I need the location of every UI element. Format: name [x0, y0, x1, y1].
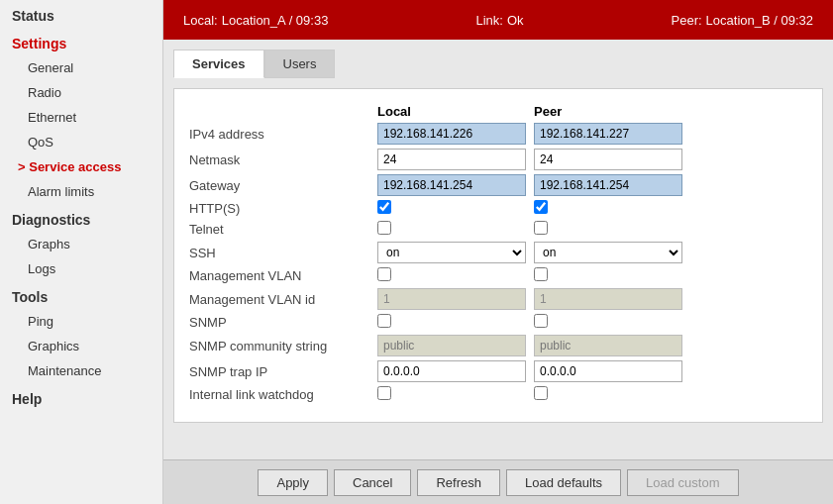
- local-ipv4[interactable]: [377, 123, 526, 145]
- peer-telnet[interactable]: [534, 221, 682, 238]
- local-ipv4-input[interactable]: [377, 123, 526, 145]
- peer-watchdog-checkbox[interactable]: [534, 386, 548, 400]
- row-snmp: SNMP: [189, 314, 807, 331]
- peer-snmp-checkbox[interactable]: [534, 314, 548, 328]
- sidebar-item-alarm-limits[interactable]: Alarm limits: [0, 179, 162, 204]
- label-telnet: Telnet: [189, 222, 377, 237]
- peer-ipv4-input[interactable]: [534, 123, 682, 145]
- main-content: Local: Location_A / 09:33 Link: Ok Peer:…: [163, 0, 833, 504]
- sidebar-item-radio[interactable]: Radio: [0, 80, 162, 105]
- row-snmp-community: SNMP community string: [189, 335, 807, 356]
- column-headers: Local Peer: [377, 104, 807, 119]
- label-ssh: SSH: [189, 246, 377, 260]
- local-mgmt-vlan-id[interactable]: [377, 288, 526, 310]
- peer-mgmt-vlan-id[interactable]: [534, 288, 682, 310]
- peer-telnet-checkbox[interactable]: [534, 221, 548, 235]
- sidebar-item-maintenance[interactable]: Maintenance: [0, 358, 162, 383]
- sidebar-item-general[interactable]: General: [0, 55, 162, 80]
- local-ssh-select[interactable]: on off: [377, 242, 526, 263]
- load-custom-button[interactable]: Load custom: [627, 469, 738, 496]
- apply-button[interactable]: Apply: [258, 469, 328, 496]
- local-https[interactable]: [377, 200, 526, 217]
- local-telnet[interactable]: [377, 221, 526, 238]
- label-mgmt-vlan: Management VLAN: [189, 268, 377, 283]
- local-gateway-input[interactable]: [377, 174, 526, 196]
- sidebar-item-graphics[interactable]: Graphics: [0, 334, 162, 358]
- local-value: Location_A / 09:33: [222, 13, 329, 28]
- local-snmp-trap-input[interactable]: [377, 360, 526, 382]
- local-mgmt-vlan-id-input[interactable]: [377, 288, 526, 310]
- sidebar-item-qos[interactable]: QoS: [0, 130, 162, 154]
- sidebar-item-graphs[interactable]: Graphs: [0, 232, 162, 256]
- peer-ssh[interactable]: on off: [534, 242, 682, 263]
- peer-ipv4[interactable]: [534, 123, 682, 145]
- link-label: Link:: [475, 13, 502, 28]
- local-snmp-trap[interactable]: [377, 360, 526, 382]
- sidebar-section-help: Help: [0, 383, 162, 411]
- local-watchdog[interactable]: [377, 386, 526, 403]
- peer-label: Peer:: [672, 13, 702, 28]
- label-https: HTTP(S): [189, 201, 377, 216]
- content-area: Services Users Local Peer IPv4 address: [163, 40, 833, 459]
- sidebar-section-tools: Tools: [0, 281, 162, 309]
- peer-mgmt-vlan-id-input[interactable]: [534, 288, 682, 310]
- label-ipv4: IPv4 address: [189, 127, 377, 142]
- link-status: Ok: [507, 13, 524, 28]
- peer-watchdog[interactable]: [534, 386, 682, 403]
- local-label: Local:: [183, 13, 218, 28]
- peer-gateway-input[interactable]: [534, 174, 682, 196]
- sidebar-item-service-access[interactable]: Service access: [0, 154, 162, 179]
- peer-ssh-select[interactable]: on off: [534, 242, 682, 263]
- load-defaults-button[interactable]: Load defaults: [506, 469, 621, 496]
- services-panel: Local Peer IPv4 address Netmask: [173, 88, 823, 423]
- peer-value: Location_B / 09:32: [706, 13, 813, 28]
- peer-mgmt-vlan[interactable]: [534, 267, 682, 284]
- local-ssh[interactable]: on off: [377, 242, 526, 263]
- row-watchdog: Internal link watchdog: [189, 386, 807, 403]
- peer-netmask[interactable]: [534, 149, 682, 170]
- local-gateway[interactable]: [377, 174, 526, 196]
- local-mgmt-vlan-checkbox[interactable]: [377, 267, 391, 281]
- peer-https-checkbox[interactable]: [534, 200, 548, 214]
- peer-snmp[interactable]: [534, 314, 682, 331]
- label-watchdog: Internal link watchdog: [189, 387, 377, 402]
- tab-users[interactable]: Users: [264, 50, 336, 78]
- peer-snmp-community[interactable]: [534, 335, 682, 356]
- local-snmp-checkbox[interactable]: [377, 314, 391, 328]
- label-snmp: SNMP: [189, 315, 377, 330]
- refresh-button[interactable]: Refresh: [417, 469, 500, 496]
- local-mgmt-vlan[interactable]: [377, 267, 526, 284]
- local-watchdog-checkbox[interactable]: [377, 386, 391, 400]
- cancel-button[interactable]: Cancel: [334, 469, 411, 496]
- local-netmask[interactable]: [377, 149, 526, 170]
- row-telnet: Telnet: [189, 221, 807, 238]
- local-snmp-community[interactable]: [377, 335, 526, 356]
- local-snmp-community-input[interactable]: [377, 335, 526, 356]
- row-https: HTTP(S): [189, 200, 807, 217]
- tab-services[interactable]: Services: [173, 50, 264, 78]
- peer-snmp-trap-input[interactable]: [534, 360, 682, 382]
- peer-snmp-community-input[interactable]: [534, 335, 682, 356]
- sidebar-item-ping[interactable]: Ping: [0, 309, 162, 334]
- peer-netmask-input[interactable]: [534, 149, 682, 170]
- peer-snmp-trap[interactable]: [534, 360, 682, 382]
- peer-column-header: Peer: [534, 104, 682, 119]
- sidebar-item-ethernet[interactable]: Ethernet: [0, 105, 162, 130]
- sidebar: Status Settings General Radio Ethernet Q…: [0, 0, 163, 504]
- label-netmask: Netmask: [189, 152, 377, 167]
- local-netmask-input[interactable]: [377, 149, 526, 170]
- peer-mgmt-vlan-checkbox[interactable]: [534, 267, 548, 281]
- local-telnet-checkbox[interactable]: [377, 221, 391, 235]
- peer-gateway[interactable]: [534, 174, 682, 196]
- topbar-peer: Peer: Location_B / 09:32: [672, 13, 814, 28]
- local-snmp[interactable]: [377, 314, 526, 331]
- row-mgmt-vlan-id: Management VLAN id: [189, 288, 807, 310]
- sidebar-section-diagnostics: Diagnostics: [0, 204, 162, 232]
- sidebar-item-logs[interactable]: Logs: [0, 256, 162, 281]
- row-snmp-trap: SNMP trap IP: [189, 360, 807, 382]
- peer-https[interactable]: [534, 200, 682, 217]
- local-column-header: Local: [377, 104, 526, 119]
- local-https-checkbox[interactable]: [377, 200, 391, 214]
- row-gateway: Gateway: [189, 174, 807, 196]
- topbar-local: Local: Location_A / 09:33: [183, 13, 328, 28]
